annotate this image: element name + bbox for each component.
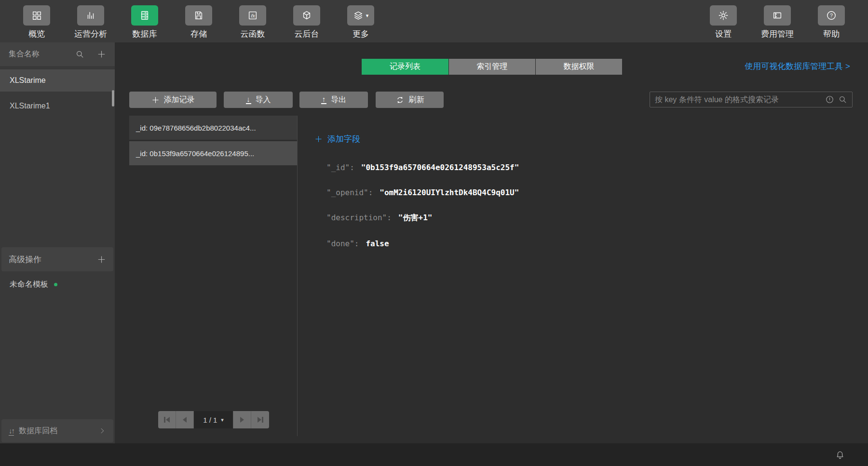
chevron-right-icon (98, 427, 106, 435)
pagination: 1 / 1 ▾ (158, 411, 269, 428)
help-icon: ? (818, 5, 845, 26)
bell-icon[interactable] (835, 450, 845, 460)
nav-overview[interactable]: 概览 (10, 0, 64, 42)
refresh-button[interactable]: 刷新 (376, 92, 444, 108)
top-header: 概览 运营分析 数据库 存储 (0, 0, 868, 42)
gear-icon (710, 5, 737, 26)
template-name: 未命名模板 (10, 280, 48, 290)
tab-index-management[interactable]: 索引管理 (448, 59, 535, 75)
plus-icon (151, 96, 160, 104)
svg-text:?: ? (830, 13, 833, 18)
record-row-2[interactable]: _id: 0b153f9a6570664e026124895... (129, 141, 297, 165)
nav-help-label: 帮助 (823, 28, 840, 40)
field-row-id: "_id": "0b153f9a6570664e0261248953a5c25f… (326, 163, 519, 172)
collection-name: XLStarime (10, 76, 46, 85)
field-row-description: "description": "伤害+1" (326, 213, 519, 223)
field-key: "_id": (326, 163, 354, 172)
record-detail: "_id": "0b153f9a6570664e0261248953a5c25f… (326, 163, 519, 248)
field-row-done: "done": false (326, 239, 519, 248)
nav-cloud-functions[interactable]: fx 云函数 (226, 0, 280, 42)
nav-help[interactable]: ? 帮助 (804, 0, 858, 42)
nav-analytics-label: 运营分析 (74, 28, 107, 40)
visual-db-tool-link[interactable]: 使用可视化数据库管理工具 > (745, 61, 850, 72)
search-icon[interactable] (838, 95, 847, 104)
nav-analytics[interactable]: 运营分析 (64, 0, 118, 42)
main-content: 记录列表 索引管理 数据权限 使用可视化数据库管理工具 > 添加记录 ↓ 导入 … (115, 42, 868, 443)
rollback-arrows-icon: ↓↑ (9, 426, 14, 436)
nav-database[interactable]: 数据库 (118, 0, 172, 42)
nav-more-label: 更多 (353, 28, 369, 40)
sidebar-item-collection-xlstarime1[interactable]: XLStarime1 (0, 95, 115, 117)
tab-record-list[interactable]: 记录列表 (362, 59, 448, 75)
add-record-button[interactable]: 添加记录 (129, 92, 217, 108)
nav-billing-label: 费用管理 (761, 28, 794, 40)
rollback-label: 数据库回档 (19, 426, 57, 436)
record-search-input[interactable] (655, 95, 821, 104)
save-icon (185, 5, 212, 26)
collections-header-label: 集合名称 (9, 49, 40, 59)
nav-billing[interactable]: 费用管理 (750, 0, 804, 42)
nav-settings-label: 设置 (715, 28, 732, 40)
first-page-button[interactable] (158, 411, 176, 428)
sidebar-item-collection-xlstarime[interactable]: XLStarime (0, 69, 115, 92)
collections-header: 集合名称 (0, 42, 115, 66)
add-field-button[interactable]: 添加字段 (314, 133, 360, 145)
header-nav-right: 设置 费用管理 ? 帮助 (696, 0, 868, 42)
record-search-box (650, 92, 853, 107)
record-list: _id: 09e78768656db2b8022034ac4... _id: 0… (129, 116, 298, 436)
status-dot (54, 283, 57, 286)
last-page-button[interactable] (251, 411, 269, 428)
prev-page-button[interactable] (176, 411, 194, 428)
collection-name: XLStarime1 (10, 102, 50, 110)
grid-icon (23, 5, 50, 26)
sidebar-item-template[interactable]: 未命名模板 (0, 280, 115, 290)
advanced-operations-label: 高级操作 (9, 254, 41, 265)
nav-storage[interactable]: 存储 (172, 0, 226, 42)
layers-icon: ▾ (347, 5, 374, 26)
search-icon[interactable] (75, 50, 84, 59)
billing-icon (764, 5, 791, 26)
nav-database-label: 数据库 (133, 28, 157, 40)
nav-cloud-backend-label: 云后台 (295, 28, 319, 40)
tab-bar: 记录列表 索引管理 数据权限 (362, 59, 622, 75)
nav-cloud-functions-label: 云函数 (241, 28, 265, 40)
cube-icon (293, 5, 320, 26)
database-icon (131, 5, 158, 26)
nav-overview-label: 概览 (28, 28, 45, 40)
field-row-openid: "_openid": "omM2i6120UIYlzhtDk4BQ4C9q01U… (326, 188, 519, 197)
page-selector[interactable]: 1 / 1 ▾ (194, 411, 233, 428)
fx-icon: fx (239, 5, 266, 26)
nav-more[interactable]: ▾ 更多 (334, 0, 388, 42)
header-nav-left: 概览 运营分析 数据库 存储 (0, 0, 388, 42)
plus-icon (314, 135, 323, 143)
export-icon: ↑ (321, 96, 326, 104)
caret-down-icon: ▾ (221, 417, 224, 423)
sidebar: 集合名称 XLStarime XLStarime1 高级操作 未命名模板 (0, 42, 115, 443)
export-button[interactable]: ↑ 导出 (299, 92, 368, 108)
field-key: "done": (326, 239, 359, 248)
next-page-button[interactable] (233, 411, 251, 428)
svg-text:fx: fx (251, 13, 256, 18)
page-label: 1 / 1 (203, 416, 217, 424)
sidebar-scrollbar-thumb[interactable] (112, 90, 114, 107)
refresh-icon (395, 95, 405, 105)
field-value: "0b153f9a6570664e0261248953a5c25f" (361, 163, 519, 172)
field-key: "_openid": (326, 188, 373, 197)
nav-cloud-backend[interactable]: 云后台 (280, 0, 334, 42)
advanced-operations-header: 高级操作 (1, 247, 113, 271)
record-row-1[interactable]: _id: 09e78768656db2b8022034ac4... (129, 116, 297, 140)
nav-settings[interactable]: 设置 (696, 0, 750, 42)
import-icon: ↓ (246, 96, 251, 104)
info-icon[interactable] (825, 95, 834, 104)
field-value: "伤害+1" (398, 213, 433, 223)
cloud-console: 概览 运营分析 数据库 存储 (0, 0, 868, 466)
caret-down-icon: ▾ (366, 13, 369, 18)
add-collection-icon[interactable] (97, 50, 106, 59)
nav-storage-label: 存储 (190, 28, 207, 40)
database-rollback-button[interactable]: ↓↑ 数据库回档 (1, 419, 113, 442)
import-button[interactable]: ↓ 导入 (224, 92, 293, 108)
field-value: "omM2i6120UIYlzhtDk4BQ4C9q01U" (380, 188, 519, 197)
tab-data-permissions[interactable]: 数据权限 (535, 59, 622, 75)
bar-chart-icon (77, 5, 104, 26)
add-template-icon[interactable] (97, 255, 106, 264)
